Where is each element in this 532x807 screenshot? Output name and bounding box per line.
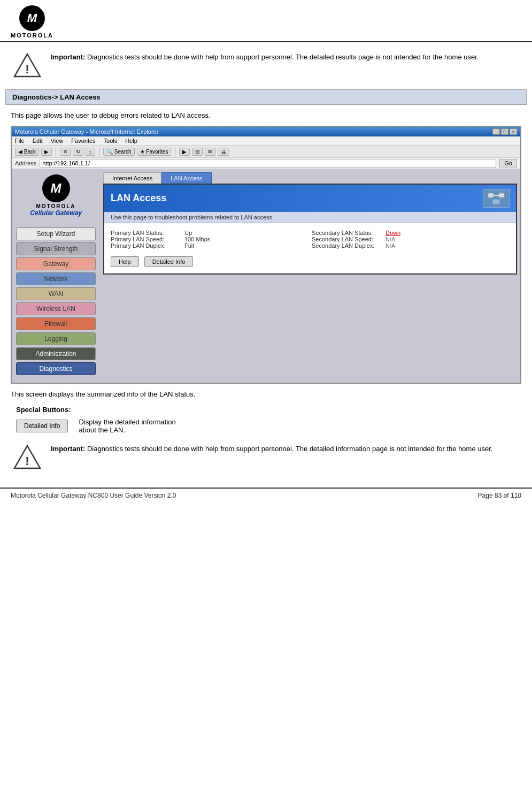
- detailed-info-desc-line1: Display the detailed information: [79, 418, 175, 426]
- warning-content-2: Diagnostics tests should be done with he…: [85, 445, 492, 453]
- lan-panel-buttons: Help Detailed Info: [111, 256, 510, 267]
- sidebar-item-setup-wizard[interactable]: Setup Wizard: [16, 227, 96, 240]
- svg-text:!: !: [25, 454, 29, 468]
- page-footer: Motorola Cellular Gateway NC800 User Gui…: [0, 488, 532, 503]
- maximize-btn[interactable]: □: [501, 128, 508, 135]
- print-btn[interactable]: 🖨: [218, 148, 229, 156]
- address-input[interactable]: [40, 159, 496, 168]
- sidebar-item-administration[interactable]: Administration: [16, 347, 96, 360]
- warning-label-1: Important:: [51, 53, 85, 61]
- section-header: Diagnostics-> LAN Access: [5, 89, 527, 105]
- warning-box-2: ! Important: Diagnostics tests should be…: [13, 444, 519, 471]
- primary-lan-duplex-label: Primary LAN Duplex:: [111, 242, 180, 249]
- sidebar-item-diagnostics[interactable]: Diagnostics: [16, 362, 96, 375]
- motorola-text: MOTOROLA: [11, 32, 53, 39]
- tab-lan-access[interactable]: LAN Access: [161, 172, 211, 184]
- sidebar-logo: M MOTOROLA Cellular Gateway: [16, 174, 96, 222]
- warning-icon-2: !: [13, 444, 41, 471]
- sidebar: M MOTOROLA Cellular Gateway Setup Wizard…: [12, 169, 100, 383]
- toolbar-sep-3: [175, 147, 175, 156]
- media-btn[interactable]: ▶: [179, 148, 190, 156]
- detailed-info-button[interactable]: Detailed Info: [16, 420, 68, 432]
- secondary-lan-duplex-value: N/A: [385, 242, 395, 249]
- browser-title: Motorola Cellular Gateway - Microsoft In…: [15, 128, 158, 135]
- motorola-m-icon: M: [19, 5, 45, 31]
- browser-window-controls: _ □ ×: [492, 128, 517, 135]
- sidebar-subtitle: Cellular Gateway: [30, 209, 82, 217]
- warning-content-1: Diagnostics tests should be done with he…: [85, 53, 479, 61]
- footer-right: Page 83 of 110: [478, 492, 521, 499]
- menu-favorites[interactable]: Favorites: [71, 138, 95, 144]
- help-button[interactable]: Help: [111, 256, 139, 267]
- sidebar-item-network[interactable]: Network: [16, 272, 96, 285]
- sidebar-item-firewall[interactable]: Firewall: [16, 317, 96, 330]
- svg-rect-2: [488, 193, 494, 197]
- forward-btn[interactable]: ▶: [41, 148, 52, 156]
- warning-box-1: ! Important: Diagnostics tests should be…: [13, 52, 519, 80]
- secondary-lan-speed-item: Secondary LAN Speed: N/A: [312, 236, 510, 242]
- address-label: Address: [15, 160, 36, 166]
- search-btn[interactable]: 🔍 Search: [103, 148, 134, 156]
- lan-icon: [483, 189, 510, 208]
- svg-rect-5: [493, 200, 499, 204]
- browser-window: Motorola Cellular Gateway - Microsoft In…: [11, 126, 521, 384]
- secondary-lan-speed-label: Secondary LAN Speed:: [312, 236, 381, 242]
- primary-lan-duplex-value: Full: [184, 242, 194, 249]
- toolbar-sep-1: [56, 147, 56, 156]
- favorites-btn[interactable]: ★ Favorites: [137, 148, 172, 156]
- history-btn[interactable]: ⊟: [192, 148, 203, 156]
- sidebar-item-wireless-lan[interactable]: Wireless LAN: [16, 302, 96, 315]
- sidebar-item-wan[interactable]: WAN: [16, 287, 96, 300]
- home-btn[interactable]: ⌂: [86, 148, 95, 156]
- lan-panel-header: LAN Access: [104, 185, 516, 212]
- menu-help[interactable]: Help: [125, 138, 137, 144]
- refresh-btn[interactable]: ↻: [73, 148, 83, 156]
- secondary-lan-status-item: Secondary LAN Status: Down: [312, 230, 510, 236]
- stop-btn[interactable]: ✕: [60, 148, 71, 156]
- sidebar-item-signal-strength[interactable]: Signal Strength: [16, 242, 96, 255]
- toolbar-sep-2: [99, 147, 99, 156]
- lan-status-right: Secondary LAN Status: Down Secondary LAN…: [312, 230, 510, 249]
- go-button[interactable]: Go: [499, 159, 517, 168]
- secondary-lan-status-value: Down: [385, 230, 400, 236]
- lan-status-left: Primary LAN Status: Up Primary LAN Speed…: [111, 230, 309, 249]
- primary-lan-status-item: Primary LAN Status: Up: [111, 230, 309, 236]
- lan-panel-title: LAN Access: [111, 193, 166, 204]
- menu-tools[interactable]: Tools: [104, 138, 118, 144]
- detailed-info-button-panel[interactable]: Detailed Info: [144, 256, 194, 267]
- warning-icon-1: !: [13, 52, 41, 80]
- menu-file[interactable]: File: [15, 138, 25, 144]
- primary-lan-status-label: Primary LAN Status:: [111, 230, 180, 236]
- lan-panel-subtitle: Use this page to troubleshoot problems r…: [104, 212, 516, 223]
- warning-text-2: Important: Diagnostics tests should be d…: [51, 444, 492, 455]
- back-btn[interactable]: ◀ Back: [15, 148, 39, 156]
- primary-lan-speed-item: Primary LAN Speed: 100 Mbps: [111, 236, 309, 242]
- sidebar-item-gateway[interactable]: Gateway: [16, 257, 96, 270]
- close-btn[interactable]: ×: [510, 128, 517, 135]
- section-header-title: Diagnostics-> LAN Access: [12, 93, 101, 101]
- gateway-content: M MOTOROLA Cellular Gateway Setup Wizard…: [12, 169, 520, 383]
- secondary-lan-duplex-item: Secondary LAN Duplex: N/A: [312, 242, 510, 249]
- svg-text:!: !: [25, 63, 29, 76]
- warning-label-2: Important:: [51, 445, 85, 453]
- sidebar-item-logging[interactable]: Logging: [16, 332, 96, 345]
- primary-lan-speed-label: Primary LAN Speed:: [111, 236, 180, 242]
- svg-rect-3: [499, 193, 504, 197]
- minimize-btn[interactable]: _: [492, 128, 500, 135]
- main-content: Internet Access LAN Access LAN Access: [100, 169, 520, 383]
- sidebar-motorola-text: MOTOROLA: [36, 203, 75, 209]
- menu-edit[interactable]: Edit: [33, 138, 43, 144]
- browser-toolbar: ◀ Back ▶ ✕ ↻ ⌂ 🔍 Search ★ Favorites ▶ ⊟ …: [12, 146, 520, 158]
- secondary-lan-status-label: Secondary LAN Status:: [312, 230, 381, 236]
- browser-menu: File Edit View Favorites Tools Help: [12, 136, 520, 146]
- lan-panel: LAN Access Use this page to troubleshoot…: [103, 184, 517, 275]
- menu-view[interactable]: View: [51, 138, 64, 144]
- secondary-lan-speed-value: N/A: [385, 236, 395, 242]
- mail-btn[interactable]: ✉: [205, 148, 215, 156]
- tab-internet-access[interactable]: Internet Access: [103, 172, 161, 184]
- page-header: M MOTOROLA: [0, 0, 532, 42]
- page-description: This page allows the user to debug error…: [11, 111, 521, 119]
- warning-text-1: Important: Diagnostics tests should be d…: [51, 52, 479, 63]
- lan-panel-body: Primary LAN Status: Up Primary LAN Speed…: [104, 223, 516, 273]
- detailed-info-desc-line2: about the LAN.: [79, 426, 175, 434]
